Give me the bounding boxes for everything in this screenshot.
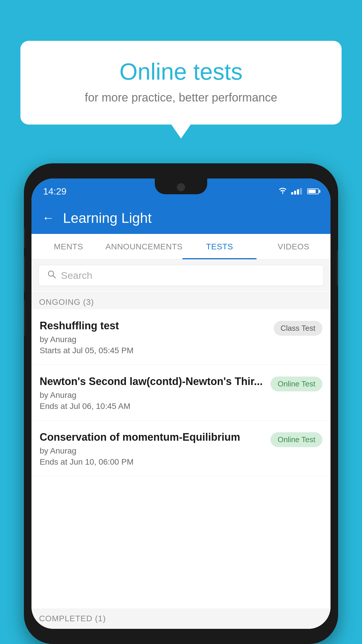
test-item-2-date: Ends at Jul 06, 10:45 AM xyxy=(40,402,265,411)
power-button xyxy=(24,228,25,248)
test-item-2-badge: Online Test xyxy=(270,377,322,391)
battery-icon xyxy=(307,188,319,194)
volume-up-button xyxy=(24,257,25,292)
wifi-icon xyxy=(278,188,287,195)
completed-section-text: COMPLETED (1) xyxy=(39,614,106,623)
ongoing-section-text: ONGOING (3) xyxy=(39,298,94,307)
completed-section-label: COMPLETED (1) xyxy=(31,608,331,629)
tab-announcements[interactable]: ANNOUNCEMENTS xyxy=(106,234,183,259)
app-bar: ← Learning Light xyxy=(31,202,331,234)
test-item-3-badge: Online Test xyxy=(270,432,322,447)
notch xyxy=(155,178,207,194)
speech-bubble-container: Online tests for more practice, better p… xyxy=(20,41,342,125)
app-title: Learning Light xyxy=(63,210,152,226)
tab-ments[interactable]: MENTS xyxy=(31,234,106,259)
speech-bubble: Online tests for more practice, better p… xyxy=(20,41,342,125)
status-time: 14:29 xyxy=(43,184,66,197)
test-item-2-name: Newton's Second law(contd)-Newton's Thir… xyxy=(40,375,265,388)
test-item-1-date: Starts at Jul 05, 05:45 PM xyxy=(40,346,268,355)
phone-frame: 14:29 xyxy=(24,163,338,644)
test-item-2-info: Newton's Second law(contd)-Newton's Thir… xyxy=(40,375,270,411)
bubble-title: Online tests xyxy=(44,58,318,85)
search-icon xyxy=(47,269,56,281)
test-item-3-date: Ends at Jun 10, 06:00 PM xyxy=(40,457,265,467)
test-item-1-by: by Anurag xyxy=(40,335,268,344)
test-list: Reshuffling test by Anurag Starts at Jul… xyxy=(31,309,331,629)
tab-tests[interactable]: TESTS xyxy=(182,234,256,259)
test-item-1-name: Reshuffling test xyxy=(40,320,268,332)
test-item-1-badge: Class Test xyxy=(274,321,322,336)
search-container: Search xyxy=(31,260,331,291)
phone-screen: 14:29 xyxy=(31,178,331,629)
test-item-2-by: by Anurag xyxy=(40,391,265,400)
search-input[interactable]: Search xyxy=(61,270,92,281)
tabs-bar: MENTS ANNOUNCEMENTS TESTS VIDEOS xyxy=(31,234,331,260)
camera xyxy=(177,183,185,191)
bubble-subtitle: for more practice, better performance xyxy=(44,91,318,104)
test-item-3-info: Conservation of momentum-Equilibrium by … xyxy=(40,431,270,467)
test-item-2[interactable]: Newton's Second law(contd)-Newton's Thir… xyxy=(31,365,331,421)
tab-videos[interactable]: VIDEOS xyxy=(256,234,331,259)
ongoing-section-label: ONGOING (3) xyxy=(31,292,331,311)
svg-line-2 xyxy=(53,276,55,278)
search-bar[interactable]: Search xyxy=(38,265,324,286)
volume-down-button xyxy=(24,300,25,335)
back-button[interactable]: ← xyxy=(42,211,54,225)
svg-point-0 xyxy=(282,193,283,194)
test-item-1[interactable]: Reshuffling test by Anurag Starts at Jul… xyxy=(31,309,331,365)
signal-icon xyxy=(291,188,302,195)
test-item-3[interactable]: Conservation of momentum-Equilibrium by … xyxy=(31,421,331,476)
volume-button-right xyxy=(337,251,338,286)
test-item-1-info: Reshuffling test by Anurag Starts at Jul… xyxy=(40,320,274,355)
test-item-3-by: by Anurag xyxy=(40,446,265,456)
test-item-3-name: Conservation of momentum-Equilibrium xyxy=(40,431,265,443)
status-icons xyxy=(278,185,319,195)
